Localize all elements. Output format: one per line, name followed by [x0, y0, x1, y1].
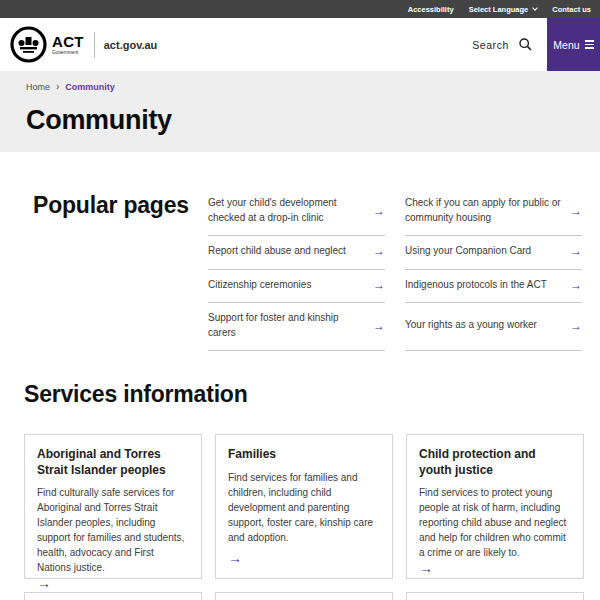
breadcrumb-current[interactable]: Community	[65, 82, 115, 92]
search-label: Search	[472, 39, 509, 51]
logo-act-text: ACT	[52, 34, 84, 49]
menu-label: Menu	[553, 39, 579, 51]
site-name: act.gov.au	[104, 39, 158, 51]
hamburger-icon	[585, 40, 594, 49]
card-families[interactable]: Families Find services for families and …	[215, 434, 393, 579]
arrow-right-icon: →	[373, 278, 385, 292]
act-crest-icon	[10, 26, 47, 63]
breadcrumb: Home › Community	[26, 71, 600, 92]
popular-link-foster-carers[interactable]: Support for foster and kinship carers →	[208, 303, 385, 351]
page-title-band: Home › Community Community	[0, 71, 600, 152]
contact-us-link[interactable]: Contact us	[552, 5, 591, 14]
card-domestic-family-violence[interactable]: Domestic, family and sexual	[24, 592, 202, 600]
popular-link-public-housing[interactable]: Check if you can apply for public or com…	[405, 188, 582, 236]
select-language-label: Select Language	[469, 5, 529, 14]
logo-divider	[94, 32, 95, 58]
popular-links-grid: Get your child's development checked at …	[208, 188, 582, 351]
act-government-logo[interactable]: ACT Government act.gov.au	[0, 26, 157, 63]
services-information-heading: Services information	[24, 381, 584, 408]
arrow-right-icon: →	[37, 575, 189, 591]
services-cards-row-2: Domestic, family and sexual People with …	[24, 592, 584, 600]
utility-bar: Accessibility Select Language Contact us	[0, 0, 600, 18]
search-icon	[519, 38, 532, 51]
breadcrumb-home-link[interactable]: Home	[26, 82, 50, 92]
popular-link-citizenship[interactable]: Citizenship ceremonies →	[208, 270, 385, 304]
arrow-right-icon: →	[373, 319, 385, 333]
popular-link-companion-card[interactable]: Using your Companion Card →	[405, 236, 582, 270]
page-title: Community	[26, 105, 600, 136]
popular-pages-heading: Popular pages	[33, 192, 208, 351]
search-button[interactable]: Search	[472, 38, 532, 51]
accessibility-link[interactable]: Accessibility	[408, 5, 454, 14]
services-information-section: Services information Aboriginal and Torr…	[0, 351, 600, 600]
chevron-down-icon	[532, 5, 538, 11]
arrow-right-icon: →	[570, 204, 582, 218]
logo-government-text: Government	[52, 50, 84, 55]
select-language-dropdown[interactable]: Select Language	[469, 5, 538, 14]
popular-link-young-worker[interactable]: Your rights as a young worker →	[405, 303, 582, 351]
card-aboriginal-torres-strait[interactable]: Aboriginal and Torres Strait Islander pe…	[24, 434, 202, 579]
arrow-right-icon: →	[570, 244, 582, 258]
popular-link-report-abuse[interactable]: Report child abuse and neglect →	[208, 236, 385, 270]
site-header: ACT Government act.gov.au Search Menu	[0, 18, 600, 71]
card-child-protection[interactable]: Child protection and youth justice Find …	[406, 434, 584, 579]
popular-pages-section: Popular pages Get your child's developme…	[0, 152, 600, 351]
arrow-right-icon: →	[228, 550, 380, 566]
arrow-right-icon: →	[570, 278, 582, 292]
arrow-right-icon: →	[373, 204, 385, 218]
services-cards-row-1: Aboriginal and Torres Strait Islander pe…	[24, 434, 584, 579]
popular-link-child-development[interactable]: Get your child's development checked at …	[208, 188, 385, 236]
arrow-right-icon: →	[570, 319, 582, 333]
card-people-with-disability[interactable]: People with disability	[215, 592, 393, 600]
card-multicultural-communities[interactable]: Multicultural communities	[406, 592, 584, 600]
breadcrumb-separator: ›	[56, 81, 59, 92]
menu-button[interactable]: Menu	[547, 18, 600, 71]
popular-link-indigenous-protocols[interactable]: Indigenous protocols in the ACT →	[405, 270, 582, 304]
arrow-right-icon: →	[373, 244, 385, 258]
arrow-right-icon: →	[419, 560, 571, 576]
